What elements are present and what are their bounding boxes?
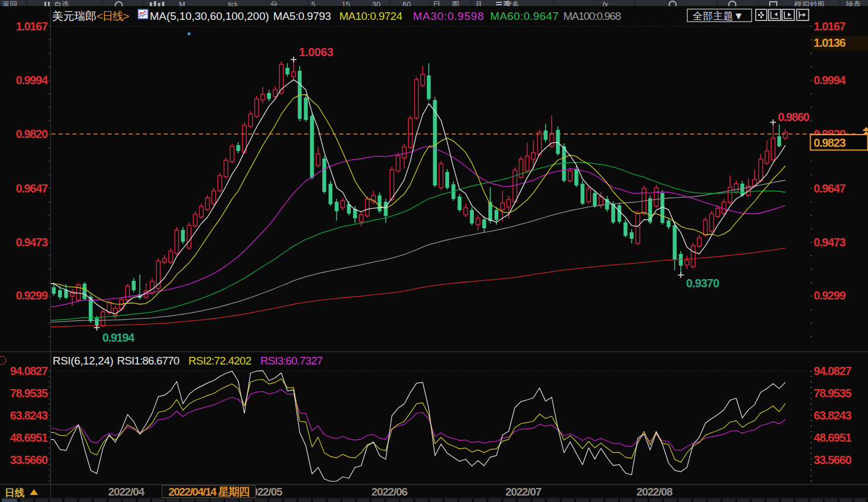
svg-text:0.9860: 0.9860 xyxy=(778,111,810,123)
svg-text:0.9820: 0.9820 xyxy=(16,128,48,140)
svg-text:MA10:0.9724: MA10:0.9724 xyxy=(339,10,402,22)
svg-text:0.9473: 0.9473 xyxy=(16,236,48,249)
svg-text:0.9647: 0.9647 xyxy=(16,182,48,195)
svg-text:MA60:0.9647: MA60:0.9647 xyxy=(490,10,559,22)
svg-text:日线: 日线 xyxy=(5,487,25,498)
svg-text:0.9823: 0.9823 xyxy=(814,136,846,149)
svg-text:RSI2:72.4202: RSI2:72.4202 xyxy=(188,355,252,367)
svg-text:63.8243: 63.8243 xyxy=(814,409,852,422)
svg-text:MA(5,10,30,60,100,200): MA(5,10,30,60,100,200) xyxy=(150,10,269,22)
svg-text:94.0827: 94.0827 xyxy=(10,365,48,377)
svg-text:2022/04/14 星期四: 2022/04/14 星期四 xyxy=(168,486,250,498)
svg-text:1.0136: 1.0136 xyxy=(814,36,846,49)
svg-text:0.9194: 0.9194 xyxy=(102,331,135,344)
svg-text:78.9535: 78.9535 xyxy=(10,387,48,400)
svg-text:0.9647: 0.9647 xyxy=(814,182,846,195)
svg-text:1.0167: 1.0167 xyxy=(16,20,48,33)
svg-text:RSI1:86.6770: RSI1:86.6770 xyxy=(117,355,180,367)
svg-text:33.5660: 33.5660 xyxy=(10,453,48,466)
svg-text:1.0063: 1.0063 xyxy=(299,46,333,59)
svg-text:RSI(6,12,24): RSI(6,12,24) xyxy=(53,355,113,367)
svg-text:0.9299: 0.9299 xyxy=(16,289,48,302)
svg-text:2022/08: 2022/08 xyxy=(636,486,673,498)
svg-text:MA100:0.968: MA100:0.968 xyxy=(563,10,621,22)
svg-text:0.9299: 0.9299 xyxy=(814,289,846,302)
svg-text:1.0167: 1.0167 xyxy=(814,20,846,33)
svg-text:94.0827: 94.0827 xyxy=(814,365,852,377)
svg-text:全部主题▼: 全部主题▼ xyxy=(693,11,743,22)
svg-text:RSI3:60.7327: RSI3:60.7327 xyxy=(260,355,323,367)
svg-text:0.9994: 0.9994 xyxy=(16,74,49,87)
svg-text:0.9473: 0.9473 xyxy=(814,236,846,249)
svg-text:78.9535: 78.9535 xyxy=(814,387,852,400)
svg-text:美元瑞郎: 美元瑞郎 xyxy=(52,10,97,22)
svg-text:MA30:0.9598: MA30:0.9598 xyxy=(413,10,484,22)
svg-text:48.6951: 48.6951 xyxy=(10,431,48,444)
svg-text:63.8243: 63.8243 xyxy=(10,409,48,422)
svg-text:0.9370: 0.9370 xyxy=(686,277,719,290)
svg-text:33.5660: 33.5660 xyxy=(814,453,852,466)
svg-text:0.9994: 0.9994 xyxy=(814,74,846,87)
svg-text:MA5:0.9793: MA5:0.9793 xyxy=(273,10,331,22)
svg-text:2022/07: 2022/07 xyxy=(505,486,542,498)
svg-text:<日线>: <日线> xyxy=(97,10,129,22)
svg-text:2022/06: 2022/06 xyxy=(371,486,408,498)
svg-text:2022/04: 2022/04 xyxy=(108,486,144,498)
svg-text:48.6951: 48.6951 xyxy=(814,431,852,444)
